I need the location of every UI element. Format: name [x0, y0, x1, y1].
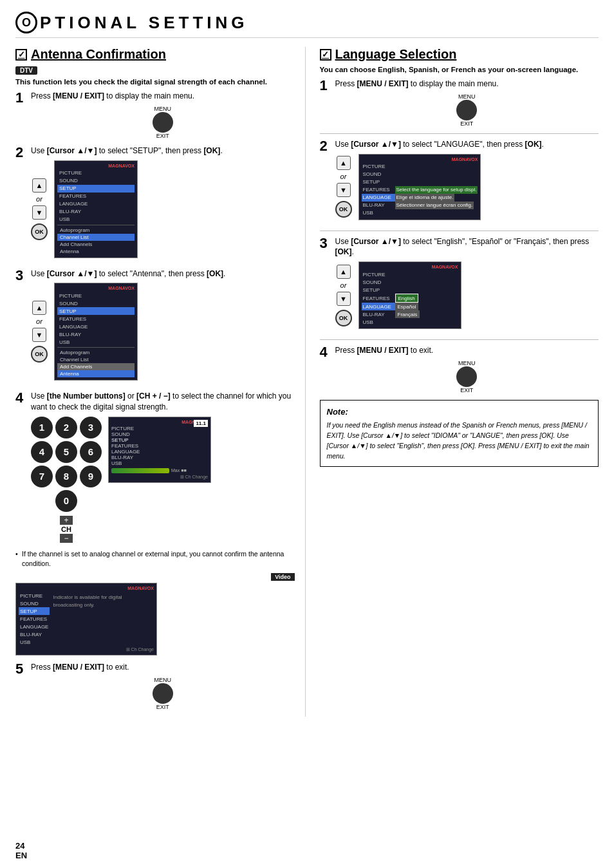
lang-cat-sound-2: SOUND [362, 171, 395, 178]
lang-step-1: 1 Press [MENU / EXIT] to display the mai… [320, 79, 599, 127]
num-5[interactable]: 5 [55, 441, 77, 463]
lang-step-1-content: Press [MENU / EXIT] to display the main … [335, 79, 599, 127]
menu-label: MENU [154, 106, 172, 112]
lang-step-number-2: 2 [320, 139, 331, 153]
language-section: ✓ Language Selection You can choose Engl… [317, 47, 599, 717]
menu-item-usb-3: USB [57, 338, 135, 346]
ch-label: CH [61, 525, 71, 533]
lang-step4-remote: MENU EXIT [335, 360, 599, 393]
page: O PTIONAL SETTING ✓ Antenna Confirmation… [0, 0, 614, 868]
num-7[interactable]: 7 [31, 466, 53, 487]
up-arrow-btn-3[interactable]: ▲ [32, 301, 46, 315]
lang-exit-label: EXIT [460, 120, 473, 127]
num-9[interactable]: 9 [80, 466, 102, 487]
step-number-2: 2 [15, 146, 27, 160]
lang-step-3-content: Use [Cursor ▲/▼] to select "English", "E… [335, 236, 599, 334]
lang-step-4: 4 Press [MENU / EXIT] to exit. MENU EXIT [320, 345, 599, 393]
lang-down-btn-3[interactable]: ▼ [337, 292, 351, 306]
step-2-content: Use [Cursor ▲/▼] to select "SETUP", then… [31, 146, 295, 262]
lang-row-picture-3: PICTURE [362, 270, 458, 278]
lang-remote-arrows-2: ▲ or ▼ OK [335, 156, 352, 218]
signal-bar-max: Max ■■ [171, 468, 187, 473]
step-number-1: 1 [15, 91, 27, 105]
step5-menu-button [153, 683, 173, 704]
step-3-text: Use [Cursor ▲/▼] to select "Antenna", th… [31, 269, 295, 279]
video-badge: Video [271, 573, 294, 581]
or-label-3: or [36, 317, 42, 325]
sig-usb: USB [111, 460, 208, 466]
sub-addchannels-3: Add Channels [57, 363, 135, 370]
lang-down-btn-2[interactable]: ▼ [337, 183, 351, 197]
down-arrow-btn[interactable]: ▼ [32, 205, 46, 220]
num-8[interactable]: 8 [55, 466, 77, 487]
lang-ok-btn-2[interactable]: OK [335, 201, 352, 218]
lang-cat-setup-2: SETUP [362, 178, 395, 186]
signal-screen: 11.1 MAGNAVOX PICTURE SOUND SETUP FEATUR… [108, 417, 211, 483]
num-4[interactable]: 4 [31, 441, 53, 463]
sub-item-antenna: Antenna [57, 248, 135, 255]
vid-features: FEATURES [19, 615, 50, 623]
lang-cat-features-3: FEATURES [362, 294, 395, 302]
lang-step-2-remote-row: ▲ or ▼ OK MAGNAVOX PICTURE SOUND [335, 154, 599, 220]
lang-val-english-2: Select the language for setup displ. [395, 186, 478, 194]
lang-menu-button [456, 100, 477, 120]
lang-ok-btn-3[interactable]: OK [335, 310, 352, 326]
lang-row-bluray-3: BLU-RAY Français [362, 310, 458, 318]
num-2[interactable]: 2 [55, 417, 77, 439]
analog-note: If the channel is set to analog channel … [15, 549, 295, 568]
up-arrow-btn[interactable]: ▲ [32, 178, 46, 193]
step-2-remote-row: ▲ or ▼ OK MAGNAVOX PICTURE SOUND SETUP F… [31, 160, 295, 258]
video-section: Video MAGNAVOX PICTURE SOUND SETUP FEATU… [15, 572, 295, 656]
down-arrow-btn-3[interactable]: ▼ [32, 328, 46, 342]
lang-up-btn-2[interactable]: ▲ [337, 156, 351, 170]
video-badge-container: Video [15, 572, 295, 583]
ch-minus-btn[interactable]: − [60, 534, 73, 543]
step-1-content: Press [MENU / EXIT] to display the main … [31, 91, 295, 139]
num-1[interactable]: 1 [31, 417, 53, 439]
antenna-step-3: 3 Use [Cursor ▲/▼] to select "Antenna", … [15, 269, 295, 385]
vid-sound: SOUND [19, 599, 50, 607]
num-0[interactable]: 0 [55, 490, 77, 512]
language-checkbox-icon: ✓ [320, 49, 331, 61]
step5-exit-label: EXIT [156, 704, 169, 710]
numpad-and-ch: 1 2 3 4 5 6 7 8 9 0 [31, 417, 102, 543]
ok-btn[interactable]: OK [31, 223, 48, 240]
lang-step4-menu-btn [456, 366, 477, 387]
remote-arrows-ok: ▲ or ▼ OK [31, 178, 48, 240]
step-number-4: 4 [15, 391, 27, 405]
ch-change-label: ⊞ Ch Change [111, 475, 208, 480]
ch-plus-btn[interactable]: + [60, 516, 73, 525]
lang-val-espanol-3: Español [395, 303, 419, 310]
ok-btn-3[interactable]: OK [31, 346, 48, 363]
page-number: 24 [15, 841, 24, 851]
sub-channellist-3: Channel List [57, 356, 135, 363]
lang-step-2: 2 Use [Cursor ▲/▼] to select "LANGUAGE",… [320, 139, 599, 224]
signal-bar-row: Max ■■ [111, 468, 208, 473]
lang-row-usb-3: USB [362, 318, 458, 326]
step-number-3: 3 [15, 269, 27, 283]
language-title: ✓ Language Selection [320, 47, 599, 62]
lang-row-picture-2: PICTURE [362, 163, 478, 171]
menu-screen-step3: MAGNAVOX PICTURE SOUND SETUP FEATURES LA… [54, 283, 138, 381]
menu-item-usb: USB [57, 216, 135, 223]
video-menu-col: PICTURE SOUND SETUP FEATURES LANGUAGE BL… [19, 592, 50, 646]
menu-item-sound-3: SOUND [57, 299, 135, 307]
lang-row-setup-3: SETUP [362, 286, 458, 294]
lang-step4-menu-label: MENU [458, 360, 476, 366]
menu-item-sound: SOUND [57, 177, 135, 185]
lang-cat-language-2: LANGUAGE [362, 194, 395, 202]
dtv-badge: DTV [15, 66, 37, 75]
signal-strength-bar [111, 468, 169, 473]
antenna-step-1: 1 Press [MENU / EXIT] to display the mai… [15, 91, 295, 139]
sig-setup: SETUP [111, 437, 208, 443]
lang-brand-3: MAGNAVOX [362, 265, 458, 269]
lang-menu-label: MENU [458, 93, 476, 100]
sig-language: LANGUAGE [111, 449, 208, 455]
lang-or-2: or [340, 173, 347, 180]
num-3[interactable]: 3 [80, 417, 102, 439]
lang-up-btn-3[interactable]: ▲ [337, 265, 351, 279]
menu-item-language: LANGUAGE [57, 200, 135, 208]
sig-bluray: BLU-RAY [111, 455, 208, 460]
num-6[interactable]: 6 [80, 441, 102, 463]
antenna-description: This function lets you check the digital… [15, 78, 295, 86]
